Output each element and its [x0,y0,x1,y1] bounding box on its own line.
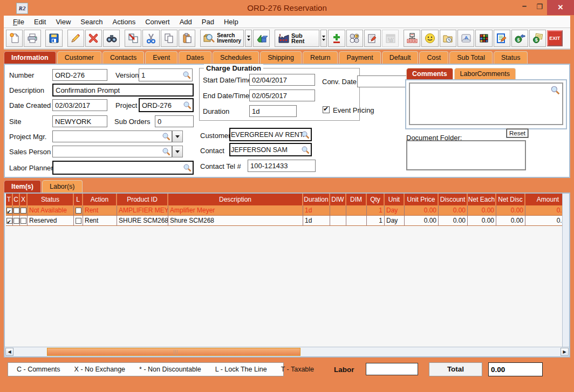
search-icon[interactable] [550,85,560,95]
row-x-checkbox[interactable] [20,208,26,214]
total-button[interactable]: Total [429,362,482,376]
menu-search[interactable]: Search [76,18,107,26]
org-chart-button[interactable] [404,30,420,47]
col-header-description[interactable]: Description [168,194,303,205]
edit-button[interactable] [67,30,84,47]
sub-orders-input[interactable] [155,116,193,127]
paste-button[interactable] [179,30,195,47]
add-item-button[interactable] [328,30,345,47]
row-x-checkbox[interactable] [20,218,26,224]
menu-actions[interactable]: Actions [108,18,141,26]
customer-input[interactable] [230,129,308,140]
start-date-input[interactable] [250,74,315,85]
project-mgr-input[interactable] [53,131,162,142]
contact-tel-input[interactable] [248,160,315,171]
search-icon[interactable] [183,163,192,172]
scroll-right-arrow[interactable]: ▶ [561,348,569,356]
tab-labor-comments[interactable]: LaborComments [454,68,516,80]
row-l-checkbox[interactable] [76,218,81,224]
close-button[interactable]: ✕ [547,0,574,15]
tab-cost[interactable]: Cost [419,51,448,64]
search-inventory-dropdown[interactable] [245,30,252,47]
search-icon[interactable] [162,132,170,141]
tab-comments[interactable]: Comments [406,68,453,80]
menu-add[interactable]: Add [175,18,197,26]
dollar-receipt-button[interactable]: $ [529,30,546,47]
tab-payment[interactable]: Payment [339,51,380,64]
search-icon[interactable] [162,147,170,156]
search-icon[interactable] [183,101,192,109]
print-button[interactable] [24,30,40,47]
folder-clock-button[interactable] [440,30,456,47]
menu-view[interactable]: View [51,18,76,26]
cube-stack-button[interactable] [475,30,492,47]
total-value-input[interactable] [488,362,543,376]
search-icon[interactable] [182,71,191,79]
tab-shipping[interactable]: Shipping [260,51,302,64]
conv-date-input[interactable] [358,76,406,87]
date-created-input[interactable] [53,100,107,111]
sales-person-dropdown[interactable] [172,146,183,157]
row-t-checkbox[interactable] [6,208,12,214]
menu-edit[interactable]: Edit [29,18,51,26]
comments-textarea[interactable] [410,84,562,124]
row-l-checkbox[interactable] [76,208,81,214]
col-header-dim[interactable]: DIM [346,194,367,205]
col-header-x[interactable]: X [20,194,28,205]
col-header-action[interactable]: Action [83,194,117,205]
row-c-checkbox[interactable] [13,208,19,214]
sub-rent-dropdown[interactable] [320,30,327,47]
tab-return[interactable]: Return [303,51,338,64]
col-header-discount[interactable]: Discount [439,194,468,205]
col-header-product-id[interactable]: Product ID [117,194,168,205]
reset-button[interactable]: Reset [507,129,528,137]
tab-status[interactable]: Status [494,51,528,64]
tab-default[interactable]: Default [382,51,419,64]
col-header-unit[interactable]: Unit [385,194,405,205]
menu-pad[interactable]: Pad [197,18,219,26]
save-button[interactable] [45,30,62,47]
site-input[interactable] [53,116,107,127]
tab-labors[interactable]: Labor(s) [42,180,83,192]
notepad-button[interactable] [364,30,381,47]
dollar-transfer-button[interactable]: $ [511,30,528,47]
contact-input[interactable] [230,144,301,155]
tab-items[interactable]: Item(s) [4,180,41,192]
menu-convert[interactable]: Convert [140,18,175,26]
tab-schedules[interactable]: Schedules [213,51,259,64]
col-header-net-disc[interactable]: Net Disc [496,194,525,205]
col-header-diw[interactable]: DIW [330,194,346,205]
labor-total-input[interactable] [366,363,418,375]
menu-file[interactable]: File [8,18,29,26]
col-header-status[interactable]: Status [28,194,74,205]
search-icon[interactable] [301,146,310,154]
sub-rent-button[interactable]: Sub Rent [275,30,319,47]
cut-button[interactable] [142,30,159,47]
row-t-checkbox[interactable] [6,218,12,224]
search-icon[interactable] [301,130,310,139]
tab-information[interactable]: Information [4,51,56,64]
horizontal-scrollbar-thumb[interactable] [47,348,300,356]
tab-dates[interactable]: Dates [179,51,211,64]
col-header-amount[interactable]: Amount [525,194,564,205]
sales-person-input[interactable] [53,146,162,157]
tab-customer[interactable]: Customer [57,51,101,64]
maximize-button[interactable]: ❐ [532,0,547,15]
tab-sub-total[interactable]: Sub Total [449,51,493,64]
search-inventory-button[interactable]: SearchInventory [200,30,244,47]
transfer-button[interactable] [125,30,141,47]
people-query-button[interactable]: ? [346,30,363,47]
row-c-checkbox[interactable] [13,218,19,224]
tab-contacts[interactable]: Contacts [102,51,144,64]
table-row[interactable]: Not Available Rent AMPLIFIER MEY... Ampl… [6,205,564,216]
end-date-input[interactable] [250,90,315,101]
keyboard-key-button[interactable]: A [457,30,474,47]
col-header-t[interactable]: T [6,194,13,205]
exit-button[interactable]: EXIT [547,30,563,46]
new-document-button[interactable] [6,30,23,47]
smiley-button[interactable] [421,30,438,47]
col-header-unit-price[interactable]: Unit Price [405,194,439,205]
labor-planner-input[interactable] [53,162,183,174]
col-header-duration[interactable]: Duration [303,194,330,205]
col-header-qty[interactable]: Qty [367,194,385,205]
